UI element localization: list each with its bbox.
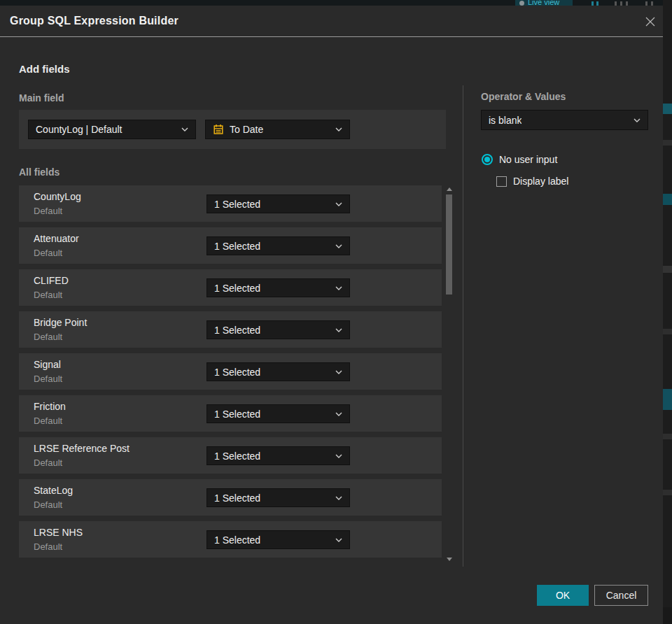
- field-row-signal: SignalDefault1 Selected: [19, 353, 442, 390]
- chevron-down-icon: [335, 286, 342, 290]
- selected-count-label: 1 Selected: [214, 241, 260, 252]
- field-row-statelog: StateLogDefault1 Selected: [19, 479, 442, 516]
- field-values-dropdown[interactable]: 1 Selected: [206, 362, 350, 381]
- field-values-dropdown[interactable]: 1 Selected: [206, 404, 350, 423]
- no-user-input-label: No user input: [499, 154, 557, 165]
- chevron-down-icon: [181, 127, 188, 132]
- field-values-dropdown[interactable]: 1 Selected: [206, 488, 350, 507]
- field-source: Default: [34, 458, 62, 468]
- field-source: Default: [34, 499, 62, 510]
- calendar-icon: [213, 124, 224, 135]
- field-name: Bridge Point: [34, 317, 87, 328]
- chart-bar-icon: [645, 1, 648, 6]
- field-source: Default: [34, 206, 62, 216]
- checkbox-unchecked-icon[interactable]: [496, 176, 507, 187]
- field-name: Friction: [34, 401, 66, 412]
- dialog-title: Group SQL Expression Builder: [10, 15, 178, 27]
- field-source: Default: [34, 541, 62, 552]
- field-name: Attenuator: [34, 233, 79, 244]
- fields-list-scrollbar[interactable]: [445, 185, 454, 563]
- field-values-dropdown[interactable]: 1 Selected: [206, 278, 350, 297]
- scroll-down-arrow-icon[interactable]: [447, 558, 452, 561]
- chevron-down-icon: [335, 412, 342, 416]
- field-name: LRSE NHS: [34, 527, 83, 538]
- selected-count-label: 1 Selected: [214, 199, 260, 210]
- field-row-friction: FrictionDefault1 Selected: [19, 395, 442, 432]
- field-source: Default: [34, 290, 62, 300]
- field-source: Default: [34, 248, 62, 258]
- field-name: StateLog: [34, 485, 73, 496]
- field-values-dropdown[interactable]: 1 Selected: [206, 530, 350, 549]
- field-values-dropdown[interactable]: 1 Selected: [206, 236, 350, 255]
- scrollbar-thumb[interactable]: [446, 194, 452, 295]
- scroll-up-arrow-icon[interactable]: [447, 187, 452, 191]
- main-field-value: CountyLog | Default: [36, 124, 122, 135]
- chart-bar-icon: [651, 1, 653, 6]
- chevron-down-icon: [335, 538, 342, 542]
- main-field-dropdown[interactable]: CountyLog | Default: [28, 120, 196, 139]
- all-fields-label: All fields: [19, 166, 59, 178]
- field-name: CLIFED: [34, 275, 69, 286]
- radio-selected-icon[interactable]: [482, 154, 493, 165]
- selected-count-label: 1 Selected: [214, 283, 260, 294]
- screen: Live view Group SQL Expression Builder: [0, 0, 672, 624]
- group-sql-expression-builder-dialog: Group SQL Expression Builder Add fields …: [0, 6, 663, 624]
- no-user-input-option[interactable]: No user input: [482, 154, 557, 165]
- live-view-label: Live view: [528, 0, 559, 6]
- field-name: Signal: [34, 359, 61, 370]
- close-button[interactable]: [643, 15, 657, 29]
- main-field-date-dropdown[interactable]: To Date: [205, 120, 350, 139]
- background-app-top-strip: Live view: [0, 0, 663, 6]
- column-divider: [463, 85, 463, 567]
- display-label-option[interactable]: Display label: [496, 176, 568, 187]
- selected-count-label: 1 Selected: [214, 451, 260, 462]
- field-row-countylog: CountyLogDefault1 Selected: [19, 185, 442, 222]
- chart-bar-icon: [620, 1, 622, 6]
- chevron-down-icon: [335, 454, 342, 458]
- selected-count-label: 1 Selected: [214, 492, 260, 504]
- live-view-button[interactable]: Live view: [515, 0, 573, 6]
- field-row-lrse-reference-post: LRSE Reference PostDefault1 Selected: [19, 437, 442, 474]
- field-source: Default: [34, 374, 62, 384]
- live-view-dot-icon: [519, 1, 524, 6]
- chart-bar-icon: [596, 1, 598, 6]
- chevron-down-icon: [335, 244, 342, 248]
- chevron-down-icon: [335, 328, 342, 332]
- chevron-down-icon: [335, 202, 342, 206]
- background-app-edge-strip: [663, 0, 672, 624]
- display-label-label: Display label: [513, 176, 568, 187]
- chevron-down-icon: [335, 370, 342, 374]
- chevron-down-icon: [335, 127, 342, 132]
- field-values-dropdown[interactable]: 1 Selected: [206, 194, 350, 213]
- field-row-bridge-point: Bridge PointDefault1 Selected: [19, 311, 442, 348]
- ok-button[interactable]: OK: [537, 585, 589, 606]
- main-field-panel: CountyLog | Default To Date: [19, 110, 446, 149]
- close-icon: [645, 16, 656, 27]
- all-fields-list: CountyLogDefault1 SelectedAttenuatorDefa…: [19, 185, 442, 563]
- field-values-dropdown[interactable]: 1 Selected: [206, 446, 350, 465]
- field-source: Default: [34, 332, 62, 342]
- field-row-attenuator: AttenuatorDefault1 Selected: [19, 227, 442, 264]
- dialog-title-bar: Group SQL Expression Builder: [0, 6, 663, 37]
- selected-count-label: 1 Selected: [214, 325, 260, 336]
- field-values-dropdown[interactable]: 1 Selected: [206, 320, 350, 339]
- chart-bar-icon: [626, 1, 628, 6]
- field-row-clifed: CLIFEDDefault1 Selected: [19, 269, 442, 306]
- chevron-down-icon: [634, 118, 640, 122]
- field-row-lrse-nhs: LRSE NHSDefault1 Selected: [19, 521, 442, 558]
- field-source: Default: [34, 416, 62, 426]
- main-date-value: To Date: [230, 124, 263, 135]
- chart-bar-icon: [592, 1, 594, 6]
- chevron-down-icon: [335, 496, 342, 500]
- operator-dropdown[interactable]: is blank: [481, 110, 648, 130]
- operator-values-label: Operator & Values: [481, 91, 566, 102]
- selected-count-label: 1 Selected: [214, 367, 260, 378]
- field-name: LRSE Reference Post: [34, 443, 130, 454]
- main-field-label: Main field: [19, 92, 64, 104]
- cancel-button[interactable]: Cancel: [594, 585, 648, 606]
- operator-value: is blank: [489, 115, 522, 126]
- selected-count-label: 1 Selected: [214, 534, 260, 546]
- field-name: CountyLog: [34, 191, 81, 202]
- add-fields-heading: Add fields: [19, 63, 70, 75]
- chart-bar-icon: [615, 1, 617, 6]
